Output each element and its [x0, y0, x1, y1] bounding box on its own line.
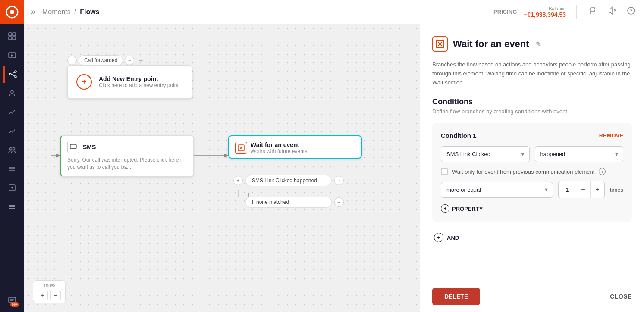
- and-label: AND: [447, 234, 459, 241]
- svg-point-1: [10, 10, 14, 14]
- main-container: » Moments / Flows PRICING Balance −€1,93…: [24, 0, 644, 312]
- sidebar-item-contacts[interactable]: [3, 84, 21, 102]
- condition-row-1: + SMS Link Clicked happened →: [233, 175, 344, 186]
- conditions-section-subtitle: Define flow branches by creating conditi…: [432, 108, 632, 115]
- panel-title: Wait for an event: [453, 38, 529, 50]
- zoom-in-btn[interactable]: +: [38, 290, 48, 300]
- notification-badge: 99+: [10, 302, 19, 307]
- panel-description: Branches the flow based on actions and b…: [432, 60, 632, 87]
- panel-header: Wait for an event ✎: [432, 36, 632, 52]
- sms-title: SMS: [83, 144, 96, 150]
- event-select[interactable]: SMS Link Clicked: [441, 146, 530, 162]
- sidebar-item-lists[interactable]: [3, 160, 21, 178]
- sidebar-nav: [3, 24, 21, 288]
- wait-text: Wait for an event Works with future even…: [251, 141, 307, 154]
- wait-subtitle: Works with future events: [251, 148, 307, 154]
- zoom-buttons: + −: [38, 290, 61, 300]
- condition-line: [238, 190, 239, 197]
- wait-event-node[interactable]: Wait for an event Works with future even…: [228, 135, 362, 159]
- and-btn[interactable]: + AND: [432, 228, 632, 246]
- sidebar-item-analytics[interactable]: [3, 103, 21, 121]
- svg-point-10: [11, 90, 13, 93]
- quantity-select[interactable]: more or equal: [441, 182, 553, 198]
- checkbox-label: Wait only for event from previous commun…: [452, 168, 594, 175]
- add-entry-text: Add New Entry point Click here to add a …: [99, 75, 179, 88]
- mute-icon[interactable]: [606, 5, 618, 19]
- sidebar-item-dashboard[interactable]: [3, 28, 21, 45]
- add-property-icon: +: [441, 204, 449, 213]
- condition-row-2: If none matched →: [233, 197, 344, 208]
- condition-pill-1[interactable]: SMS Link Clicked happened: [245, 175, 332, 186]
- zoom-out-btn[interactable]: −: [50, 290, 61, 300]
- sidebar-item-bottom[interactable]: 99+: [3, 291, 21, 309]
- call-minus-btn[interactable]: −: [125, 56, 134, 65]
- prev-comm-checkbox[interactable]: [441, 168, 448, 175]
- zoom-controls: 100% + −: [33, 280, 66, 303]
- condition-selects-row: SMS Link Clicked ▼ happened ▼: [441, 146, 623, 162]
- panel-edit-icon[interactable]: ✎: [536, 40, 541, 48]
- svg-point-8: [15, 71, 16, 72]
- sidebar-item-rules[interactable]: [3, 179, 21, 197]
- operator-select[interactable]: happened: [535, 146, 624, 162]
- sidebar-item-settings[interactable]: [3, 198, 21, 215]
- remove-condition-btn[interactable]: REMOVE: [599, 132, 623, 139]
- app-logo[interactable]: [0, 0, 24, 24]
- canvas[interactable]: + Call forwarded − → + Add New Entry poi…: [24, 24, 420, 312]
- svg-rect-3: [13, 33, 16, 36]
- delete-btn[interactable]: DELETE: [432, 288, 480, 305]
- topbar: » Moments / Flows PRICING Balance −€1,93…: [24, 0, 644, 24]
- breadcrumb-separator: /: [74, 8, 78, 16]
- condition-block-1: Condition 1 REMOVE SMS Link Clicked ▼: [432, 123, 632, 222]
- condition-block-header: Condition 1 REMOVE: [441, 132, 623, 139]
- sms-node[interactable]: SMS Sorry. Our call was interrupted. Ple…: [60, 135, 194, 177]
- add-entry-node[interactable]: + Add New Entry point Click here to add …: [67, 65, 192, 99]
- svg-rect-4: [9, 37, 12, 40]
- breadcrumb-moments[interactable]: Moments: [42, 8, 71, 16]
- topbar-right: PRICING Balance −€1,938,394.53: [493, 5, 637, 19]
- times-label: times: [610, 187, 623, 193]
- panel-footer: DELETE CLOSE: [420, 281, 644, 312]
- and-icon: +: [434, 233, 443, 242]
- add-property-btn[interactable]: + PROPERTY: [441, 204, 623, 213]
- sms-node-header: SMS: [61, 136, 193, 156]
- sidebar-item-flows[interactable]: [3, 66, 21, 83]
- pricing-link[interactable]: PRICING: [493, 9, 517, 15]
- condition-arrow-2[interactable]: →: [334, 197, 344, 207]
- sidebar-item-media[interactable]: [3, 47, 21, 64]
- expand-icon[interactable]: »: [31, 7, 35, 16]
- svg-rect-30: [70, 144, 76, 149]
- sms-body: Sorry. Our call was interrupted. Please …: [61, 156, 193, 176]
- condition-pill-2[interactable]: If none matched: [245, 197, 332, 208]
- quantity-select-wrapper: more or equal ▼: [441, 182, 553, 198]
- sidebar-bottom: 99+: [3, 288, 21, 312]
- quantity-value: 1: [559, 182, 576, 197]
- quantity-stepper: 1 − +: [558, 181, 605, 198]
- breadcrumb: Moments / Flows: [42, 8, 99, 16]
- quantity-increase-btn[interactable]: +: [591, 181, 604, 198]
- breadcrumb-flows[interactable]: Flows: [80, 8, 99, 16]
- close-btn[interactable]: CLOSE: [610, 293, 632, 300]
- svg-rect-2: [9, 33, 12, 36]
- call-forwarded-pill: Call forwarded: [79, 55, 123, 66]
- svg-point-12: [10, 148, 12, 150]
- zoom-label: 100%: [38, 283, 61, 288]
- wait-node-header: Wait for an event Works with future even…: [229, 136, 361, 158]
- help-icon[interactable]: [625, 5, 637, 19]
- event-select-wrapper: SMS Link Clicked ▼: [441, 146, 530, 162]
- call-add-btn[interactable]: +: [67, 56, 77, 65]
- condition-add-btn[interactable]: +: [233, 176, 243, 185]
- sms-icon: [67, 141, 79, 153]
- checkbox-info-icon[interactable]: i: [599, 168, 606, 175]
- sidebar-item-reports[interactable]: [3, 122, 21, 140]
- condition-arrow-1[interactable]: →: [334, 176, 344, 185]
- sidebar-item-people[interactable]: [3, 141, 21, 159]
- svg-rect-5: [13, 37, 16, 40]
- wait-title: Wait for an event: [251, 141, 307, 148]
- balance-block: Balance −€1,938,394.53: [524, 6, 566, 18]
- flag-icon[interactable]: [587, 5, 599, 19]
- condition-block-title: Condition 1: [441, 132, 477, 139]
- checkbox-row: Wait only for event from previous commun…: [441, 168, 623, 175]
- add-entry-subtitle: Click here to add a new entry point: [99, 82, 179, 88]
- quantity-decrease-btn[interactable]: −: [576, 181, 590, 198]
- svg-point-25: [631, 12, 631, 13]
